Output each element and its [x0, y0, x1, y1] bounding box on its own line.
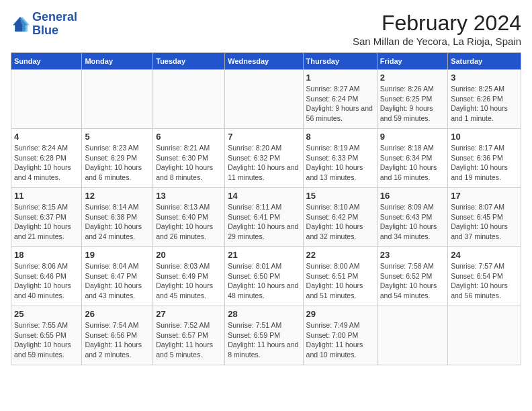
day-cell: 7Sunrise: 8:20 AM Sunset: 6:32 PM Daylig…: [225, 129, 303, 188]
day-info: Sunrise: 8:14 AM Sunset: 6:38 PM Dayligh…: [85, 202, 150, 242]
day-info: Sunrise: 8:19 AM Sunset: 6:33 PM Dayligh…: [306, 143, 374, 183]
day-number: 23: [380, 250, 445, 260]
main-title: February 2024: [353, 11, 521, 36]
day-number: 19: [85, 250, 150, 260]
header-cell-sunday: Sunday: [11, 53, 82, 70]
day-info: Sunrise: 7:51 AM Sunset: 6:59 PM Dayligh…: [228, 320, 300, 360]
header: General Blue February 2024 San Millan de…: [11, 11, 521, 47]
day-cell: [225, 70, 303, 129]
day-number: 5: [85, 132, 150, 142]
day-info: Sunrise: 7:55 AM Sunset: 6:55 PM Dayligh…: [14, 320, 79, 360]
day-cell: 27Sunrise: 7:52 AM Sunset: 6:57 PM Dayli…: [153, 306, 225, 365]
header-row: SundayMondayTuesdayWednesdayThursdayFrid…: [11, 53, 521, 70]
subtitle: San Millan de Yecora, La Rioja, Spain: [353, 36, 521, 47]
day-cell: 18Sunrise: 8:06 AM Sunset: 6:46 PM Dayli…: [11, 247, 82, 306]
day-cell: 9Sunrise: 8:18 AM Sunset: 6:34 PM Daylig…: [377, 129, 447, 188]
week-row-5: 25Sunrise: 7:55 AM Sunset: 6:55 PM Dayli…: [11, 306, 521, 365]
day-cell: 15Sunrise: 8:10 AM Sunset: 6:42 PM Dayli…: [303, 188, 377, 247]
week-row-4: 18Sunrise: 8:06 AM Sunset: 6:46 PM Dayli…: [11, 247, 521, 306]
header-cell-tuesday: Tuesday: [153, 53, 225, 70]
day-number: 2: [380, 73, 445, 83]
day-info: Sunrise: 8:04 AM Sunset: 6:47 PM Dayligh…: [85, 261, 150, 301]
day-number: 15: [306, 191, 374, 201]
day-number: 22: [306, 250, 374, 260]
day-info: Sunrise: 8:00 AM Sunset: 6:51 PM Dayligh…: [306, 261, 374, 301]
day-cell: 6Sunrise: 8:21 AM Sunset: 6:30 PM Daylig…: [153, 129, 225, 188]
day-cell: 10Sunrise: 8:17 AM Sunset: 6:36 PM Dayli…: [448, 129, 521, 188]
day-info: Sunrise: 8:25 AM Sunset: 6:26 PM Dayligh…: [451, 84, 518, 124]
day-info: Sunrise: 7:54 AM Sunset: 6:56 PM Dayligh…: [85, 320, 150, 360]
day-info: Sunrise: 8:06 AM Sunset: 6:46 PM Dayligh…: [14, 261, 79, 301]
logo-icon: [11, 15, 30, 34]
day-number: 26: [85, 309, 150, 319]
logo: General Blue: [11, 11, 77, 38]
day-cell: [377, 306, 447, 365]
day-number: 24: [451, 250, 518, 260]
day-info: Sunrise: 8:07 AM Sunset: 6:45 PM Dayligh…: [451, 202, 518, 242]
day-info: Sunrise: 8:24 AM Sunset: 6:28 PM Dayligh…: [14, 143, 79, 183]
week-row-3: 11Sunrise: 8:15 AM Sunset: 6:37 PM Dayli…: [11, 188, 521, 247]
day-number: 28: [228, 309, 300, 319]
day-info: Sunrise: 8:13 AM Sunset: 6:40 PM Dayligh…: [156, 202, 222, 242]
day-info: Sunrise: 8:09 AM Sunset: 6:43 PM Dayligh…: [380, 202, 445, 242]
day-number: 11: [14, 191, 79, 201]
day-number: 6: [156, 132, 222, 142]
calendar-table: SundayMondayTuesdayWednesdayThursdayFrid…: [11, 52, 521, 365]
day-info: Sunrise: 8:10 AM Sunset: 6:42 PM Dayligh…: [306, 202, 374, 242]
day-cell: 12Sunrise: 8:14 AM Sunset: 6:38 PM Dayli…: [82, 188, 153, 247]
day-number: 14: [228, 191, 300, 201]
day-info: Sunrise: 7:52 AM Sunset: 6:57 PM Dayligh…: [156, 320, 222, 360]
day-cell: 20Sunrise: 8:03 AM Sunset: 6:49 PM Dayli…: [153, 247, 225, 306]
day-cell: 4Sunrise: 8:24 AM Sunset: 6:28 PM Daylig…: [11, 129, 82, 188]
day-info: Sunrise: 8:11 AM Sunset: 6:41 PM Dayligh…: [228, 202, 300, 242]
header-cell-friday: Friday: [377, 53, 447, 70]
day-number: 12: [85, 191, 150, 201]
day-info: Sunrise: 8:01 AM Sunset: 6:50 PM Dayligh…: [228, 261, 300, 301]
day-number: 25: [14, 309, 79, 319]
day-cell: 3Sunrise: 8:25 AM Sunset: 6:26 PM Daylig…: [448, 70, 521, 129]
day-info: Sunrise: 8:17 AM Sunset: 6:36 PM Dayligh…: [451, 143, 518, 183]
day-cell: [82, 70, 153, 129]
day-cell: 17Sunrise: 8:07 AM Sunset: 6:45 PM Dayli…: [448, 188, 521, 247]
day-cell: 16Sunrise: 8:09 AM Sunset: 6:43 PM Dayli…: [377, 188, 447, 247]
calendar-header: SundayMondayTuesdayWednesdayThursdayFrid…: [11, 53, 521, 70]
header-cell-wednesday: Wednesday: [225, 53, 303, 70]
logo-line2: Blue: [32, 24, 58, 37]
day-number: 7: [228, 132, 300, 142]
day-info: Sunrise: 8:26 AM Sunset: 6:25 PM Dayligh…: [380, 84, 445, 124]
header-cell-thursday: Thursday: [303, 53, 377, 70]
day-cell: 14Sunrise: 8:11 AM Sunset: 6:41 PM Dayli…: [225, 188, 303, 247]
day-cell: 29Sunrise: 7:49 AM Sunset: 7:00 PM Dayli…: [303, 306, 377, 365]
day-cell: 8Sunrise: 8:19 AM Sunset: 6:33 PM Daylig…: [303, 129, 377, 188]
header-cell-saturday: Saturday: [448, 53, 521, 70]
day-number: 8: [306, 132, 374, 142]
calendar-body: 1Sunrise: 8:27 AM Sunset: 6:24 PM Daylig…: [11, 70, 521, 365]
header-cell-monday: Monday: [82, 53, 153, 70]
day-cell: [448, 306, 521, 365]
day-info: Sunrise: 7:49 AM Sunset: 7:00 PM Dayligh…: [306, 320, 374, 360]
day-info: Sunrise: 8:21 AM Sunset: 6:30 PM Dayligh…: [156, 143, 222, 183]
day-cell: 26Sunrise: 7:54 AM Sunset: 6:56 PM Dayli…: [82, 306, 153, 365]
day-number: 27: [156, 309, 222, 319]
week-row-2: 4Sunrise: 8:24 AM Sunset: 6:28 PM Daylig…: [11, 129, 521, 188]
day-info: Sunrise: 7:58 AM Sunset: 6:52 PM Dayligh…: [380, 261, 445, 301]
day-number: 13: [156, 191, 222, 201]
day-info: Sunrise: 8:20 AM Sunset: 6:32 PM Dayligh…: [228, 143, 300, 183]
day-cell: 21Sunrise: 8:01 AM Sunset: 6:50 PM Dayli…: [225, 247, 303, 306]
day-cell: 19Sunrise: 8:04 AM Sunset: 6:47 PM Dayli…: [82, 247, 153, 306]
day-cell: 5Sunrise: 8:23 AM Sunset: 6:29 PM Daylig…: [82, 129, 153, 188]
day-cell: 1Sunrise: 8:27 AM Sunset: 6:24 PM Daylig…: [303, 70, 377, 129]
logo-text: General Blue: [32, 11, 77, 38]
day-cell: 13Sunrise: 8:13 AM Sunset: 6:40 PM Dayli…: [153, 188, 225, 247]
day-number: 9: [380, 132, 445, 142]
day-number: 20: [156, 250, 222, 260]
day-cell: 2Sunrise: 8:26 AM Sunset: 6:25 PM Daylig…: [377, 70, 447, 129]
day-cell: [11, 70, 82, 129]
day-number: 29: [306, 309, 374, 319]
day-cell: 24Sunrise: 7:57 AM Sunset: 6:54 PM Dayli…: [448, 247, 521, 306]
day-cell: 25Sunrise: 7:55 AM Sunset: 6:55 PM Dayli…: [11, 306, 82, 365]
day-number: 4: [14, 132, 79, 142]
logo-line1: General: [32, 10, 77, 24]
day-number: 1: [306, 73, 374, 83]
day-info: Sunrise: 8:23 AM Sunset: 6:29 PM Dayligh…: [85, 143, 150, 183]
